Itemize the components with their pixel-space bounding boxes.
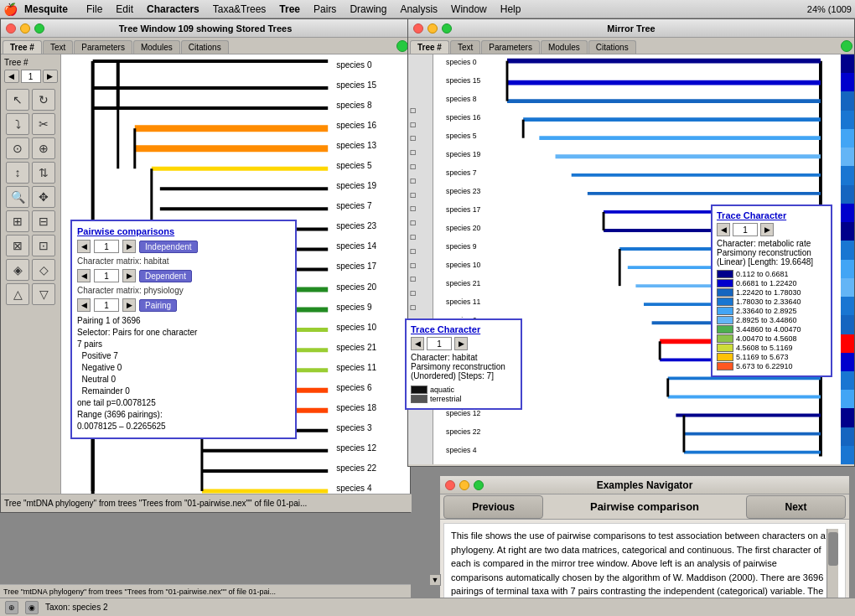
trace-left-prev[interactable]: ◀ xyxy=(411,337,424,350)
pairing-row: ◀ ▶ Pairing xyxy=(77,298,290,312)
menu-help[interactable]: Help xyxy=(494,2,528,17)
zoom-in-tool[interactable]: 🔍 xyxy=(6,186,29,208)
dependent-prev[interactable]: ◀ xyxy=(77,269,91,282)
apple-menu[interactable]: 🍎 xyxy=(3,3,18,16)
trace-left-detail: (Unordered) [Steps: 7] xyxy=(411,371,516,380)
tree-window-title: Tree Window 109 showing Stored Trees xyxy=(119,23,293,34)
svg-text:species 5: species 5 xyxy=(446,132,477,140)
tab-text[interactable]: Text xyxy=(43,40,73,54)
menu-characters[interactable]: Characters xyxy=(140,2,206,17)
node-tool[interactable]: ⊡ xyxy=(32,235,55,256)
pairing-prev[interactable]: ◀ xyxy=(77,298,91,312)
independent-button[interactable]: Independent xyxy=(139,241,198,253)
minimize-button[interactable] xyxy=(20,23,30,34)
tab-tree[interactable]: Tree # xyxy=(3,40,42,54)
stat-line-8: one tail p=0.0078125 xyxy=(77,397,290,409)
legend-3: 1.78030 to 2.33640 xyxy=(717,298,826,306)
maximize-button[interactable] xyxy=(34,23,44,34)
trace-left-input[interactable] xyxy=(427,337,452,350)
legend-terrestrial: terrestrial xyxy=(411,395,516,403)
menu-edit[interactable]: Edit xyxy=(109,2,140,17)
status-icon-1: ⊕ xyxy=(5,601,18,614)
prune-tool[interactable]: ✂ xyxy=(32,113,55,135)
mirror-tab-citations[interactable]: Citations xyxy=(588,40,636,54)
stat-line-2: Selector: Pairs for one character xyxy=(77,327,290,339)
main-area: Tree Window 109 showing Stored Trees Tre… xyxy=(0,18,855,616)
reroot-tool[interactable]: ⤵ xyxy=(6,113,29,135)
tab-modules[interactable]: Modules xyxy=(133,40,180,54)
select-tool[interactable]: ↖ xyxy=(6,89,29,111)
mirror-tab-text[interactable]: Text xyxy=(450,40,480,54)
ll-7: 4.00470 to 4.5608 xyxy=(736,334,797,343)
taxon-status: Taxon: species 2 xyxy=(45,603,108,612)
menu-tree[interactable]: Tree xyxy=(272,2,307,17)
trace-right-input[interactable] xyxy=(733,223,758,236)
dependent-button[interactable]: Dependent xyxy=(139,270,192,282)
mirror-tab-tree[interactable]: Tree # xyxy=(410,40,449,54)
tab-parameters[interactable]: Parameters xyxy=(74,40,132,54)
prev-tree-btn[interactable]: ◀ xyxy=(4,70,19,83)
svg-text:species 12: species 12 xyxy=(336,443,376,453)
nav-maximize[interactable] xyxy=(474,480,484,490)
mirror-tab-modules[interactable]: Modules xyxy=(541,40,588,54)
independent-input[interactable] xyxy=(94,240,119,253)
mirror-close[interactable] xyxy=(413,23,423,34)
dependent-next[interactable]: ▶ xyxy=(122,269,136,282)
trace-right-next[interactable]: ▶ xyxy=(760,223,774,236)
lc-0 xyxy=(717,270,733,278)
menu-file[interactable]: File xyxy=(80,2,109,17)
mirror-minimize[interactable] xyxy=(428,23,438,34)
next-tree-btn[interactable]: ▶ xyxy=(43,70,58,83)
trace-character-left: Trace Character ◀ ▶ Character: habitat P… xyxy=(405,318,522,410)
menu-window[interactable]: Window xyxy=(444,2,494,17)
trace-character-right: Trace Character ◀ ▶ Character: metabolic… xyxy=(711,204,832,377)
tool-c[interactable]: △ xyxy=(6,283,29,305)
trace-left-next[interactable]: ▶ xyxy=(454,337,468,350)
pairing-button[interactable]: Pairing xyxy=(139,299,177,312)
measure-tool[interactable]: ⊞ xyxy=(6,210,29,232)
nav-close[interactable] xyxy=(445,480,455,490)
paste-tool[interactable]: ⊕ xyxy=(32,137,55,159)
pairing-input[interactable] xyxy=(94,298,119,312)
tree-number-input[interactable] xyxy=(21,70,41,83)
tool-b[interactable]: ◇ xyxy=(32,259,55,281)
trace-right-prev[interactable]: ◀ xyxy=(717,223,730,236)
pairing-next[interactable]: ▶ xyxy=(122,298,136,312)
trace-right-title: Trace Character xyxy=(717,210,826,220)
svg-text:species 21: species 21 xyxy=(446,279,480,287)
tool-a[interactable]: ◈ xyxy=(6,259,29,281)
menu-drawing[interactable]: Drawing xyxy=(343,2,393,17)
independent-next[interactable]: ▶ xyxy=(122,240,136,253)
menu-pairs[interactable]: Pairs xyxy=(307,2,343,17)
app-name[interactable]: Mesquite xyxy=(24,3,68,15)
mirror-title: Mirror Tree xyxy=(607,23,655,34)
tool-d[interactable]: ▽ xyxy=(32,283,55,305)
menu-taxatrees[interactable]: Taxa&Trees xyxy=(206,2,273,17)
info-tool[interactable]: ⇅ xyxy=(32,162,55,184)
nav-minimize[interactable] xyxy=(459,480,469,490)
flip-tool[interactable]: ↕ xyxy=(6,162,29,184)
independent-prev[interactable]: ◀ xyxy=(77,240,91,253)
svg-text:species 23: species 23 xyxy=(336,221,376,230)
menu-analysis[interactable]: Analysis xyxy=(393,2,444,17)
trace-right-nav: ◀ ▶ xyxy=(717,223,826,236)
mirror-tab-parameters[interactable]: Parameters xyxy=(481,40,540,54)
lc-7 xyxy=(717,334,733,343)
scroll-arrow-down[interactable]: ▼ xyxy=(429,574,441,586)
label-tool[interactable]: ⊟ xyxy=(32,210,55,232)
trace-left-title: Trace Character xyxy=(411,324,516,334)
svg-text:species 20: species 20 xyxy=(336,282,376,292)
status-text: Tree "mtDNA phylogeny" from trees "Trees… xyxy=(4,499,307,508)
phylogeny-path: Tree "mtDNA phylogeny" from trees "Trees… xyxy=(0,584,411,598)
rotate-tool[interactable]: ↻ xyxy=(32,89,55,111)
dependent-input[interactable] xyxy=(94,269,119,282)
close-button[interactable] xyxy=(6,23,16,34)
previous-button[interactable]: Previous xyxy=(443,495,543,519)
copy-tool[interactable]: ⊙ xyxy=(6,137,29,159)
color-tool[interactable]: ⊠ xyxy=(6,235,29,256)
legend-color-terrestrial xyxy=(411,395,428,403)
next-button[interactable]: Next xyxy=(746,495,846,519)
tab-citations[interactable]: Citations xyxy=(181,40,229,54)
pan-tool[interactable]: ✥ xyxy=(32,186,55,208)
mirror-maximize[interactable] xyxy=(442,23,452,34)
